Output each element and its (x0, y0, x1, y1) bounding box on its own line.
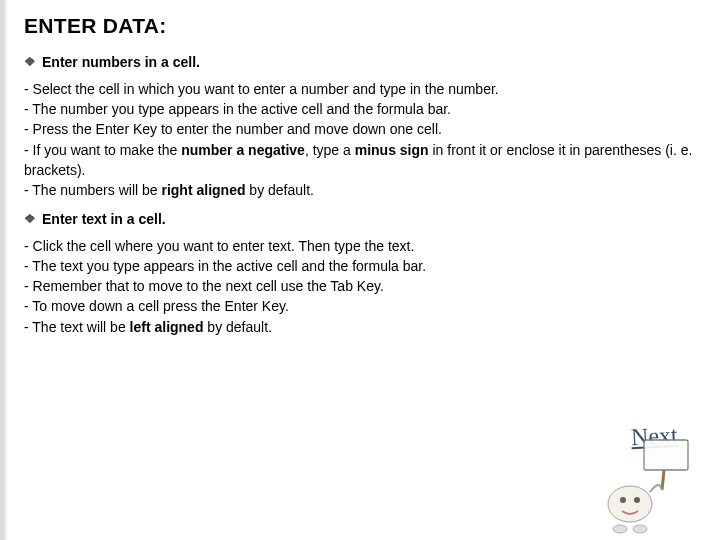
list-item: - If you want to make the number a negat… (24, 140, 700, 181)
bold-fragment: right aligned (161, 182, 245, 198)
svg-point-2 (608, 486, 652, 522)
diamond-bullet-icon: ❖ (24, 211, 36, 228)
svg-point-3 (620, 497, 626, 503)
text-fragment: - The numbers will be (24, 182, 161, 198)
mascot-sign-icon (592, 434, 692, 534)
bullet-heading-numbers: ❖ Enter numbers in a cell. (24, 54, 700, 71)
list-item: - Click the cell where you want to enter… (24, 236, 700, 256)
numbers-list: - Select the cell in which you want to e… (24, 79, 700, 201)
list-item: - Press the Enter Key to enter the numbe… (24, 119, 700, 139)
bold-fragment: number a negative (181, 142, 305, 158)
bullet-heading-text: ❖ Enter text in a cell. (24, 211, 700, 228)
list-item: - To move down a cell press the Enter Ke… (24, 296, 700, 316)
heading-text-text: Enter text in a cell. (42, 211, 166, 227)
list-item: - Select the cell in which you want to e… (24, 79, 700, 99)
left-shadow (2, 0, 8, 540)
page-title: ENTER DATA: (24, 14, 700, 38)
text-fragment: - If you want to make the (24, 142, 181, 158)
svg-rect-0 (644, 440, 688, 470)
list-item: - The text will be left aligned by defau… (24, 317, 700, 337)
svg-line-1 (662, 470, 664, 490)
svg-point-4 (634, 497, 640, 503)
list-item: - The text you type appears in the activ… (24, 256, 700, 276)
text-fragment: by default. (203, 319, 272, 335)
text-fragment: by default. (245, 182, 314, 198)
text-list: - Click the cell where you want to enter… (24, 236, 700, 337)
list-item: - The numbers will be right aligned by d… (24, 180, 700, 200)
diamond-bullet-icon: ❖ (24, 54, 36, 71)
list-item: - The number you type appears in the act… (24, 99, 700, 119)
bold-fragment: left aligned (130, 319, 204, 335)
list-item: - Remember that to move to the next cell… (24, 276, 700, 296)
text-fragment: - The text will be (24, 319, 130, 335)
svg-point-5 (613, 525, 627, 533)
heading-numbers-text: Enter numbers in a cell. (42, 54, 200, 70)
bold-fragment: minus sign (355, 142, 429, 158)
text-fragment: , type a (305, 142, 355, 158)
slide-page: ENTER DATA: ❖ Enter numbers in a cell. -… (0, 0, 720, 540)
svg-point-6 (633, 525, 647, 533)
